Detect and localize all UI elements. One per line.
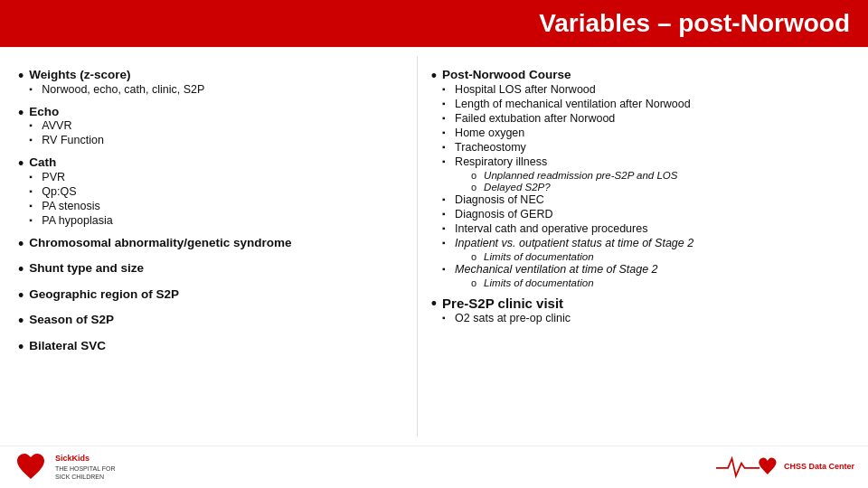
bullet-dot: • [18,155,24,174]
list-item: Interval cath and operative procedures [442,222,854,235]
list-item: Diagnosis of GERD [442,208,854,221]
list-item: Norwood, echo, cath, clinic, S2P [29,83,204,96]
list-item: PA hypoplasia [29,214,112,227]
chss-line1: CHSS [784,462,807,471]
list-item: PVR [29,171,112,183]
list-subitem: Limits of documentation [471,251,854,262]
season-item: • Season of S2P [18,312,399,332]
bullet-dot: • [18,312,24,332]
chss-text-block: CHSS Data Center [784,462,854,473]
bullet-dot: • [18,338,24,358]
geographic-item: • Geographic region of S2P [18,286,399,306]
weights-section: • Weights (z-score) Norwood, echo, cath,… [18,67,399,98]
list-item: Hospital LOS after Norwood [442,83,854,96]
list-item: Tracheostomy [442,141,854,154]
footer: SickKids THE HOSPITAL FOR SICK CHILDREN … [0,446,868,488]
list-item: PA stenosis [29,200,112,212]
sickkids-line2: SICK CHILDREN [55,473,116,482]
list-item: Inpatient vs. outpatient status at time … [442,237,854,249]
sickkids-logo: SickKids THE HOSPITAL FOR SICK CHILDREN [14,450,116,484]
list-subitem: Delayed S2P? [471,182,854,192]
bilateral-text: Bilateral SVC [29,338,106,354]
list-item: AVVR [29,119,104,132]
cath-title: Cath [29,155,56,169]
bullet-dot: • [431,295,437,314]
list-item: Diagnosis of NEC [442,193,854,206]
pre-s2p-section: • Pre-S2P clinic visit O2 sats at pre-op… [431,295,854,327]
chss-line2: Data Center [808,462,854,471]
page-title: Variables – post-Norwood [539,9,850,37]
geographic-text: Geographic region of S2P [29,286,179,303]
respiratory-sublist: Unplanned readmission pre-S2P and LOS De… [442,170,854,192]
weights-title: Weights (z-score) [29,68,130,81]
list-item: Mechanical ventilation at time of Stage … [442,263,854,276]
list-subitem: Unplanned readmission pre-S2P and LOS [471,170,854,181]
chss-logo: CHSS Data Center [716,450,854,484]
echo-list: AVVR RV Function [29,119,104,146]
mechvent-sublist: Limits of documentation [442,277,854,288]
sickkids-line1: THE HOSPITAL FOR [55,465,116,474]
bullet-dot: • [18,235,24,255]
shunt-item: • Shunt type and size [18,260,399,280]
echo-title: Echo [29,105,59,118]
cath-list: PVR Qp:QS PA stenosis PA hypoplasia [29,171,112,227]
bullet-dot: • [18,260,24,280]
post-norwood-title: Post-Norwood Course [442,68,571,81]
post-norwood-section: • Post-Norwood Course Hospital LOS after… [431,67,854,289]
sickkids-heart-icon [14,450,48,484]
bullet-dot: • [18,286,24,306]
list-item: Failed extubation after Norwood [442,112,854,125]
sickkids-name: SickKids [55,453,116,465]
list-item: Home oxygen [442,127,854,139]
list-item: RV Function [29,134,104,146]
sickkids-text: SickKids THE HOSPITAL FOR SICK CHILDREN [55,453,116,482]
list-subitem: Limits of documentation [471,277,854,288]
left-column: • Weights (z-score) Norwood, echo, cath,… [0,56,417,436]
list-item: Respiratory illness [442,155,854,168]
bullet-dot: • [18,104,24,124]
additional-list: Diagnosis of NEC Diagnosis of GERD Inter… [442,193,854,249]
content-area: • Weights (z-score) Norwood, echo, cath,… [0,47,868,446]
echo-section: • Echo AVVR RV Function [18,104,399,149]
list-item: O2 sats at pre-op clinic [442,312,571,324]
chss-ecg-icon [716,450,779,484]
chromosomal-item: • Chromosomal abnormality/genetic syndro… [18,235,399,255]
bilateral-item: • Bilateral SVC [18,338,399,358]
right-column: • Post-Norwood Course Hospital LOS after… [417,56,868,436]
shunt-text: Shunt type and size [29,260,144,277]
pre-s2p-title: Pre-S2P clinic visit [442,296,563,311]
header: Variables – post-Norwood [0,0,868,47]
cath-section: • Cath PVR Qp:QS PA stenosis PA hypoplas… [18,155,399,229]
pre-s2p-list: O2 sats at pre-op clinic [442,312,571,324]
page: Variables – post-Norwood • Weights (z-sc… [0,0,868,488]
inpatient-sublist: Limits of documentation [442,251,854,262]
bullet-dot: • [18,67,24,87]
weights-list: Norwood, echo, cath, clinic, S2P [29,83,204,96]
mechvent-list: Mechanical ventilation at time of Stage … [442,263,854,276]
bullet-dot: • [431,67,437,87]
chromosomal-text: Chromosomal abnormality/genetic syndrome [29,235,291,251]
list-item: Qp:QS [29,185,112,198]
season-text: Season of S2P [29,312,114,328]
list-item: Length of mechanical ventilation after N… [442,98,854,110]
post-norwood-list: Hospital LOS after Norwood Length of mec… [442,83,854,168]
